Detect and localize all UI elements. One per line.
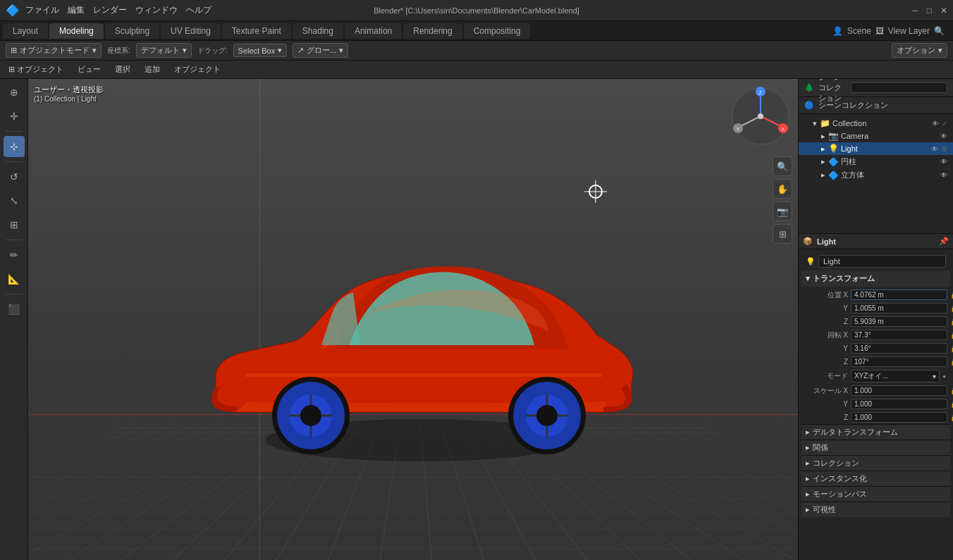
light-visibility-icon[interactable]: 👁 bbox=[931, 145, 938, 153]
view-layer-label[interactable]: View Layer bbox=[888, 26, 930, 36]
object-menu[interactable]: オブジェクト bbox=[168, 63, 226, 76]
instancing-header[interactable]: ▸ インスタンス化 bbox=[801, 471, 950, 486]
3d-viewport[interactable]: ユーザー・透視投影 (1) Collection | Light Z X Y bbox=[28, 79, 798, 560]
scale-z-lock[interactable]: 🔒 bbox=[950, 413, 953, 421]
scale-tool[interactable]: ⤡ bbox=[4, 190, 25, 211]
rotation-y-lock[interactable]: 🔒 bbox=[950, 344, 953, 352]
collection-visibility-icon[interactable]: 👁 bbox=[932, 120, 939, 127]
location-y-lock[interactable]: 🔒 bbox=[950, 304, 953, 312]
properties-type-icon: 📦 bbox=[803, 237, 813, 246]
grid-button[interactable]: ⊞ bbox=[773, 224, 792, 244]
scale-x-lock[interactable]: 🔒 bbox=[950, 387, 953, 394]
menu-help[interactable]: ヘルプ bbox=[186, 4, 211, 16]
rotation-mode-row: モード XYZオイ... ▾ ● bbox=[801, 368, 950, 384]
menu-file[interactable]: ファイル bbox=[25, 4, 59, 16]
menu-bar: ファイル 編集 レンダー ウィンドウ ヘルプ bbox=[25, 4, 211, 16]
location-x-lock[interactable]: 🔒 bbox=[950, 291, 953, 299]
menu-edit[interactable]: 編集 bbox=[68, 4, 85, 16]
rotation-z-field[interactable] bbox=[851, 356, 947, 367]
object-name-input[interactable] bbox=[818, 255, 946, 268]
scale-y-field[interactable] bbox=[851, 399, 947, 409]
cylinder-visibility-icon[interactable]: 👁 bbox=[940, 158, 947, 166]
mode-dropdown[interactable]: ⊞ オブジェクトモード ▾ bbox=[6, 43, 102, 58]
tab-animation[interactable]: Animation bbox=[345, 23, 402, 39]
collection-check-icon[interactable]: ✓ bbox=[942, 120, 947, 127]
measure-tool[interactable]: 📐 bbox=[4, 268, 25, 290]
annotate-tool[interactable]: ✏ bbox=[4, 244, 25, 266]
outliner-item-light[interactable]: ▸ 💡 Light 👁 ⚙ bbox=[799, 142, 953, 155]
add-cube-tool[interactable]: ⬛ bbox=[4, 299, 25, 320]
tab-uv-editing[interactable]: UV Editing bbox=[161, 23, 221, 39]
tab-compositing[interactable]: Compositing bbox=[464, 23, 531, 39]
window-title: Blender* [C:\Users\sin\Documents\Blender… bbox=[374, 6, 579, 15]
transform-tool[interactable]: ⊞ bbox=[4, 214, 25, 235]
location-x-field[interactable] bbox=[851, 290, 947, 300]
outliner-item-camera[interactable]: ▸ 📷 Camera 👁 bbox=[799, 130, 953, 142]
scale-z-field[interactable] bbox=[851, 412, 947, 423]
rotation-x-lock[interactable]: 🔒 bbox=[950, 331, 953, 339]
relations-header[interactable]: ▸ 関係 bbox=[801, 440, 950, 455]
mode-label: モード bbox=[806, 371, 848, 381]
instancing-expand-icon: ▸ bbox=[806, 474, 810, 483]
outliner-item-cube[interactable]: ▸ 🔷 立方体 👁 bbox=[799, 168, 953, 182]
pin-icon[interactable]: 📌 bbox=[939, 237, 949, 246]
tab-sculpting[interactable]: Sculpting bbox=[105, 23, 159, 39]
view-menu[interactable]: ⊞ オブジェクト bbox=[3, 63, 69, 76]
mode-dropdown-field[interactable]: XYZオイ... ▾ bbox=[851, 370, 940, 382]
location-y-field[interactable] bbox=[851, 303, 947, 313]
visibility-header[interactable]: ▸ 可視性 bbox=[801, 502, 950, 517]
transform-dropdown[interactable]: ↗ グロー... ▾ bbox=[293, 43, 348, 58]
drag-label: ドラッグ: bbox=[197, 46, 228, 56]
select-box-dropdown[interactable]: Select Box ▾ bbox=[233, 44, 288, 57]
outliner-item-collection[interactable]: ▾ 📁 Collection 👁 ✓ bbox=[799, 117, 953, 130]
select-tool[interactable]: ⊹ bbox=[4, 136, 25, 157]
cube-visibility-icon[interactable]: 👁 bbox=[940, 171, 947, 179]
select-menu[interactable]: 選択 bbox=[109, 63, 136, 76]
camera-visibility-icon[interactable]: 👁 bbox=[940, 132, 947, 140]
add-menu[interactable]: 追加 bbox=[139, 63, 166, 76]
mode-chevron-icon: ▾ bbox=[933, 373, 936, 380]
tab-shading[interactable]: Shading bbox=[293, 23, 343, 39]
delta-transform-header[interactable]: ▸ デルタトランスフォーム bbox=[801, 424, 950, 440]
menu-window[interactable]: ウィンドウ bbox=[135, 4, 178, 16]
svg-text:X: X bbox=[781, 126, 785, 132]
search-icon[interactable]: 🔍 bbox=[934, 26, 945, 36]
cursor-tool[interactable]: ⊕ bbox=[4, 82, 25, 103]
menu-render[interactable]: レンダー bbox=[93, 4, 127, 16]
pan-button[interactable]: ✋ bbox=[773, 179, 792, 199]
tab-texture-paint[interactable]: Texture Paint bbox=[222, 23, 291, 39]
scale-x-field[interactable] bbox=[851, 385, 947, 396]
rotation-z-lock[interactable]: 🔒 bbox=[950, 358, 953, 366]
svg-text:Y: Y bbox=[736, 126, 740, 132]
move-tool[interactable]: ✛ bbox=[4, 106, 25, 127]
select-box-label: Select Box bbox=[238, 46, 276, 55]
zoom-in-button[interactable]: 🔍 bbox=[773, 156, 792, 176]
camera-view-button[interactable]: 📷 bbox=[773, 201, 792, 221]
scale-y-lock[interactable]: 🔒 bbox=[950, 400, 953, 408]
close-button[interactable]: ✕ bbox=[940, 6, 947, 15]
motion-path-header[interactable]: ▸ モーションパス bbox=[801, 486, 950, 502]
outliner-search[interactable] bbox=[851, 82, 947, 93]
scene-label[interactable]: Scene bbox=[847, 26, 871, 36]
tab-rendering[interactable]: Rendering bbox=[403, 23, 462, 39]
view-menu-2[interactable]: ビュー bbox=[72, 63, 106, 76]
maximize-button[interactable]: □ bbox=[927, 6, 932, 15]
transform-section-header[interactable]: ▾ トランスフォーム bbox=[801, 270, 950, 287]
camera-label: Camera bbox=[841, 132, 868, 140]
scene-collection-label: シーンコレクション bbox=[818, 100, 888, 111]
cube-icon: 🔷 bbox=[828, 170, 838, 180]
coord-dropdown[interactable]: デフォルト ▾ bbox=[136, 43, 192, 58]
rotation-x-field[interactable] bbox=[851, 330, 947, 340]
outliner-item-cylinder[interactable]: ▸ 🔷 円柱 👁 bbox=[799, 155, 953, 168]
options-btn[interactable]: オプション ▾ bbox=[892, 43, 947, 58]
navigation-gizmo[interactable]: Z X Y bbox=[729, 85, 792, 148]
rotate-tool[interactable]: ↺ bbox=[4, 166, 25, 187]
rotation-y-field[interactable] bbox=[851, 343, 947, 354]
location-z-field[interactable] bbox=[851, 316, 947, 327]
tab-layout[interactable]: Layout bbox=[3, 23, 48, 39]
collections-header[interactable]: ▸ コレクション bbox=[801, 455, 950, 471]
scale-x-label: スケール X bbox=[806, 386, 848, 396]
location-z-lock[interactable]: 🔒 bbox=[950, 318, 953, 325]
tab-modeling[interactable]: Modeling bbox=[49, 23, 104, 39]
minimize-button[interactable]: ─ bbox=[912, 6, 918, 15]
